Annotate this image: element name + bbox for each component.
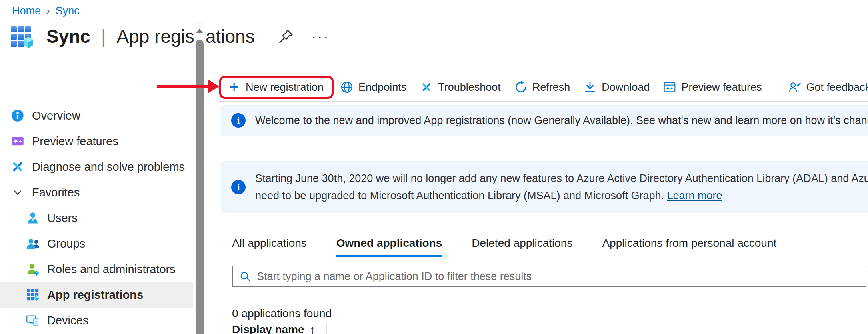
filter-search-box[interactable]: [232, 266, 866, 287]
refresh-button[interactable]: Refresh: [508, 81, 577, 94]
welcome-banner: i Welcome to the new and improved App re…: [221, 105, 868, 136]
tools-icon: [10, 160, 25, 174]
sidebar-scrollbar[interactable]: [194, 22, 205, 334]
got-feedback-button[interactable]: Got feedback?: [782, 81, 868, 94]
app-registrations-icon: [10, 23, 36, 50]
new-registration-button[interactable]: + New registration: [228, 81, 324, 94]
globe-icon: [340, 81, 353, 94]
toolbar-divider: [218, 101, 868, 102]
info-icon: i: [231, 180, 246, 194]
sidebar-item-app-registrations[interactable]: App registrations: [0, 282, 193, 308]
endpoints-button[interactable]: Endpoints: [334, 81, 413, 94]
search-icon: [239, 270, 251, 282]
info-icon: i: [231, 113, 246, 128]
plus-icon: +: [228, 81, 240, 94]
tab-all-applications[interactable]: All applications: [232, 237, 307, 257]
sidebar-item-label: Diagnose and solve problems: [32, 160, 185, 174]
sidebar-item-label: Favorites: [32, 186, 80, 199]
refresh-icon: [514, 81, 527, 94]
learn-more-link[interactable]: Learn more: [667, 190, 722, 202]
app-registrations-page: Home › Sync: [0, 0, 868, 334]
sparkles-icon: [10, 134, 25, 148]
more-options-icon[interactable]: ···: [312, 32, 330, 40]
display-name-sort-button[interactable]: Display name: [232, 323, 304, 334]
pin-icon[interactable]: [277, 28, 295, 45]
sidebar-item-roles[interactable]: Roles and administrators: [0, 256, 193, 282]
grid-cube-icon: [26, 288, 40, 302]
troubleshoot-tools-icon: [420, 81, 433, 94]
deprecation-line-2: need to be upgraded to Microsoft Authent…: [255, 190, 868, 202]
filter-search-input[interactable]: [257, 270, 866, 283]
toolbar-label: Troubleshoot: [438, 81, 501, 94]
sidebar-item-label: Devices: [47, 314, 88, 327]
user-icon: [26, 211, 40, 225]
group-icon: [26, 236, 40, 251]
info-circle-icon: [10, 108, 25, 123]
sidebar-item-groups[interactable]: Groups: [0, 231, 193, 256]
page-title-divider: |: [101, 26, 106, 47]
toolbar-label: Refresh: [532, 81, 570, 94]
display-name-column-header: Display name ↑: [232, 323, 327, 334]
scrollbar-thumb[interactable]: [196, 40, 204, 334]
breadcrumb: Home › Sync: [12, 5, 80, 17]
sidebar-item-label: Overview: [32, 109, 80, 122]
toolbar-label: Preview features: [681, 81, 762, 94]
sidebar-item-overview[interactable]: Overview: [0, 103, 193, 128]
sidebar-item-label: Groups: [47, 237, 85, 250]
tab-owned-applications[interactable]: Owned applications: [336, 237, 442, 257]
feedback-person-icon: [788, 81, 801, 94]
breadcrumb-separator-icon: ›: [46, 5, 50, 17]
sidebar-item-label: Preview features: [32, 135, 118, 148]
devices-icon: [26, 313, 40, 328]
page-title-section: App registrations: [116, 26, 254, 47]
page-title-resource: Sync: [46, 26, 90, 47]
sidebar-item-label: Users: [47, 212, 78, 225]
toolbar-label: Got feedback?: [806, 81, 868, 94]
sidebar-item-devices[interactable]: Devices: [0, 308, 193, 333]
column-divider: [326, 324, 327, 334]
chevron-down-icon: [10, 185, 25, 200]
adal-deprecation-banner: i Starting June 30th, 2020 we will no lo…: [221, 161, 868, 213]
tab-personal-account-applications[interactable]: Applications from personal account: [602, 237, 776, 257]
download-icon: [584, 81, 596, 94]
breadcrumb-current-link[interactable]: Sync: [56, 5, 80, 17]
sidebar-item-label: Roles and administrators: [47, 263, 176, 276]
breadcrumb-home-link[interactable]: Home: [12, 5, 41, 17]
deprecation-banner-text: Starting June 30th, 2020 we will no long…: [255, 172, 868, 202]
page-title: Sync | App registrations: [46, 26, 255, 47]
annotation-arrow-line: [157, 85, 209, 88]
deprecation-line-1: Starting June 30th, 2020 we will no long…: [255, 172, 868, 185]
toolbar-label: Download: [602, 81, 650, 94]
role-admin-icon: [26, 262, 40, 276]
page-header: Sync | App registrations ···: [10, 23, 330, 50]
toolbar-label: Endpoints: [358, 81, 406, 94]
sidebar-item-preview-features[interactable]: Preview features: [0, 128, 193, 154]
sidebar-group-favorites[interactable]: Favorites: [0, 180, 193, 205]
preview-box-icon: [663, 81, 676, 94]
annotation-highlight-box: + New registration: [219, 76, 334, 99]
scrollbar-up-arrow-icon[interactable]: [196, 28, 203, 33]
troubleshoot-button[interactable]: Troubleshoot: [413, 81, 508, 94]
command-bar: + New registration Endpoints Troubleshoo…: [219, 73, 868, 101]
sort-ascending-icon: ↑: [310, 323, 316, 334]
sidebar-item-diagnose[interactable]: Diagnose and solve problems: [0, 154, 193, 180]
tab-deleted-applications[interactable]: Deleted applications: [472, 237, 572, 257]
welcome-banner-text: Welcome to the new and improved App regi…: [255, 114, 868, 127]
application-tabs: All applications Owned applications Dele…: [232, 237, 776, 257]
sidebar-item-label: App registrations: [47, 288, 143, 302]
sidebar: Overview Preview features Diagnose and s…: [0, 74, 205, 334]
sidebar-item-users[interactable]: Users: [0, 205, 193, 231]
annotation-arrow-head: [208, 80, 219, 93]
preview-features-button[interactable]: Preview features: [656, 81, 768, 94]
download-button[interactable]: Download: [577, 81, 656, 94]
toolbar-label: New registration: [246, 81, 324, 94]
deprecation-line-2-text: need to be upgraded to Microsoft Authent…: [255, 190, 667, 202]
applications-count: 0 applications found: [232, 307, 332, 320]
